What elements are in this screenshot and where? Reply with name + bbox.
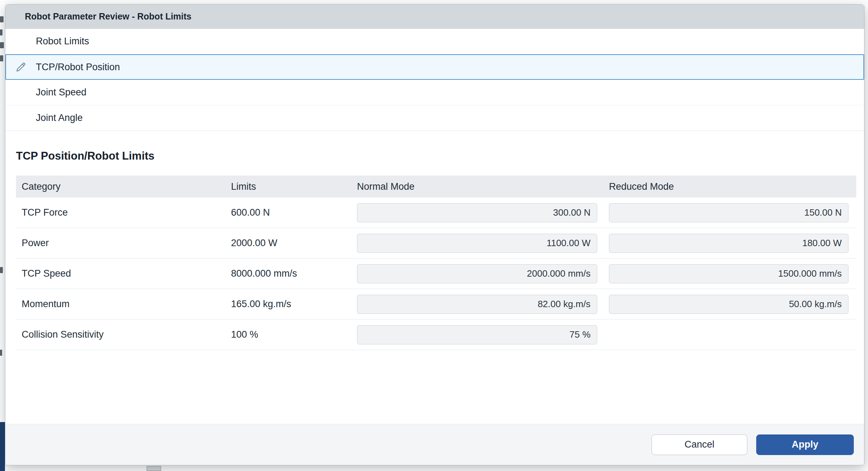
limit-cell: 165.00 kg.m/s [225, 299, 351, 310]
limits-content: TCP Position/Robot Limits Category Limit… [5, 149, 864, 350]
table-row-tcp-speed: TCP Speed 8000.000 mm/s [16, 259, 856, 289]
nav-item-joint-speed[interactable]: Joint Speed [5, 80, 864, 105]
nav-item-robot-limits[interactable]: Robot Limits [5, 29, 864, 54]
robot-parameter-review-dialog: Robot Parameter Review - Robot Limits Ro… [5, 4, 864, 465]
dialog-title: Robot Parameter Review - Robot Limits [25, 11, 192, 22]
power-reduced-input[interactable] [609, 234, 848, 253]
category-cell: TCP Force [16, 207, 225, 218]
nav-item-tcp-robot-position[interactable]: TCP/Robot Position [5, 54, 864, 80]
column-header-normal-mode: Normal Mode [351, 181, 603, 192]
category-cell: TCP Speed [16, 268, 225, 279]
dialog-footer: Cancel Apply [5, 424, 864, 465]
background-scroll-fragment [147, 466, 161, 471]
tcp-force-normal-input[interactable] [357, 203, 597, 222]
dialog-title-bar: Robot Parameter Review - Robot Limits [5, 5, 864, 29]
nav-item-label: Robot Limits [36, 36, 89, 47]
limits-category-list: Robot Limits TCP/Robot Position Joint Sp… [5, 29, 864, 131]
category-cell: Collision Sensitivity [16, 329, 225, 340]
momentum-normal-input[interactable] [357, 295, 597, 314]
table-row-power: Power 2000.00 W [16, 228, 856, 259]
background-text-fragment [0, 16, 4, 22]
pencil-edit-icon [6, 61, 36, 73]
background-text-fragment [0, 55, 3, 61]
column-header-reduced-mode: Reduced Mode [603, 181, 856, 192]
column-header-category: Category [16, 181, 225, 192]
tcp-force-reduced-input[interactable] [609, 203, 848, 222]
cancel-button[interactable]: Cancel [652, 434, 747, 455]
background-text-fragment [0, 29, 2, 35]
background-text-fragment [0, 42, 4, 48]
tcp-speed-normal-input[interactable] [357, 264, 597, 283]
background-nav-strip [0, 422, 5, 471]
table-row-tcp-force: TCP Force 600.00 N [16, 198, 856, 228]
limit-cell: 100 % [225, 329, 351, 340]
limits-table: Category Limits Normal Mode Reduced Mode… [16, 176, 856, 350]
background-text-fragment [0, 350, 2, 356]
background-window-sliver [0, 0, 5, 471]
nav-item-joint-angle[interactable]: Joint Angle [5, 105, 864, 131]
collision-sensitivity-normal-input[interactable] [357, 325, 597, 344]
category-cell: Momentum [16, 299, 225, 310]
limit-cell: 8000.000 mm/s [225, 268, 351, 279]
category-cell: Power [16, 238, 225, 249]
background-text-fragment [0, 267, 3, 273]
column-header-limits: Limits [225, 181, 351, 192]
nav-item-label: Joint Angle [36, 112, 83, 123]
limit-cell: 600.00 N [225, 207, 351, 218]
table-row-collision-sensitivity: Collision Sensitivity 100 % [16, 320, 856, 350]
tcp-speed-reduced-input[interactable] [609, 264, 848, 283]
power-normal-input[interactable] [357, 234, 597, 253]
screen: Robot Parameter Review - Robot Limits Ro… [0, 0, 868, 471]
table-header-row: Category Limits Normal Mode Reduced Mode [16, 176, 856, 198]
momentum-reduced-input[interactable] [609, 295, 848, 314]
table-row-momentum: Momentum 165.00 kg.m/s [16, 289, 856, 320]
section-heading: TCP Position/Robot Limits [16, 149, 856, 163]
apply-button[interactable]: Apply [756, 434, 854, 455]
nav-item-label: TCP/Robot Position [36, 62, 120, 73]
limit-cell: 2000.00 W [225, 238, 351, 249]
nav-item-label: Joint Speed [36, 87, 87, 98]
